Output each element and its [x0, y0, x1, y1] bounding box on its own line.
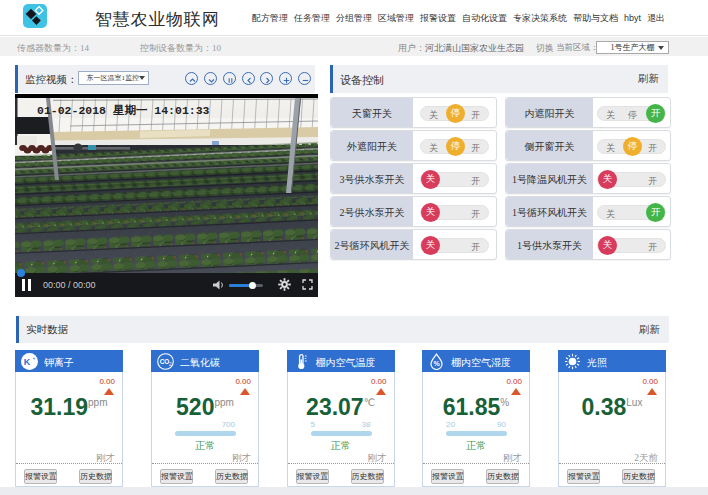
svg-text:+: + — [33, 355, 36, 361]
svg-text:%: % — [433, 360, 440, 367]
svg-text:CO: CO — [160, 358, 170, 365]
svg-text:K: K — [24, 357, 31, 367]
svg-text:01-02-2018 星期一 14:01:33: 01-02-2018 星期一 14:01:33 — [37, 104, 210, 117]
